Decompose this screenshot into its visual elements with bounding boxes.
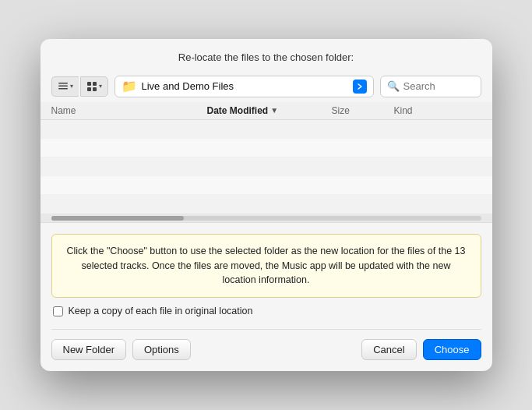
grid-view-button[interactable]: ▾: [80, 76, 108, 97]
column-kind: Kind: [394, 105, 413, 116]
new-folder-button[interactable]: New Folder: [51, 339, 126, 360]
list-view-button[interactable]: ▾: [51, 76, 79, 97]
column-date-modified[interactable]: Date Modified ▼: [207, 105, 332, 116]
svg-rect-3: [87, 82, 91, 86]
footer-buttons: New Folder Options Cancel Choose: [51, 339, 481, 360]
table-row: [41, 120, 492, 139]
svg-rect-0: [58, 83, 68, 84]
table-row: [41, 157, 492, 176]
search-icon: 🔍: [387, 80, 400, 92]
column-size: Size: [332, 105, 394, 116]
bottom-section: Click the "Choose" button to use the sel…: [41, 223, 492, 371]
svg-rect-2: [58, 88, 68, 90]
list-view-chevron: ▾: [70, 83, 73, 90]
svg-rect-6: [93, 87, 97, 91]
column-name: Name: [51, 105, 207, 116]
folder-pill[interactable]: 📁 Live and Demo Files: [115, 76, 374, 97]
relocate-dialog: Re-locate the files to the chosen folder…: [41, 39, 492, 371]
svg-rect-4: [93, 82, 97, 86]
info-tooltip: Click the "Choose" button to use the sel…: [51, 234, 481, 298]
cancel-button[interactable]: Cancel: [361, 339, 416, 360]
search-box[interactable]: 🔍: [380, 76, 481, 97]
left-button-group: New Folder Options: [51, 339, 191, 360]
sort-arrow-icon: ▼: [270, 106, 278, 115]
options-button[interactable]: Options: [132, 339, 191, 360]
right-button-group: Cancel Choose: [361, 339, 481, 360]
table-row: [41, 176, 492, 195]
table-row: [41, 139, 492, 157]
scrollbar-track[interactable]: [51, 216, 481, 221]
scrollbar-area: [41, 214, 492, 223]
folder-icon: 📁: [122, 79, 137, 94]
dialog-title: Re-locate the files to the chosen folder…: [41, 39, 492, 71]
keep-copy-checkbox[interactable]: [53, 306, 63, 316]
scrollbar-thumb[interactable]: [51, 216, 184, 221]
keep-copy-label: Keep a copy of each file in original loc…: [69, 306, 253, 316]
view-toggle-group: ▾ ▾: [51, 76, 108, 97]
grid-view-chevron: ▾: [99, 83, 102, 90]
choose-button[interactable]: Choose: [423, 339, 481, 360]
folder-name-label: Live and Demo Files: [142, 80, 348, 92]
file-list-header: Name Date Modified ▼ Size Kind: [41, 102, 492, 120]
divider: [51, 329, 481, 330]
table-row: [41, 195, 492, 214]
search-input[interactable]: [403, 80, 474, 92]
file-list-body: [41, 120, 492, 214]
svg-rect-1: [58, 85, 68, 87]
folder-nav-arrow[interactable]: [353, 80, 367, 94]
toolbar: ▾ ▾ 📁 Live and Demo Files 🔍: [41, 71, 492, 102]
svg-rect-5: [87, 87, 91, 91]
checkbox-row: Keep a copy of each file in original loc…: [51, 306, 481, 316]
